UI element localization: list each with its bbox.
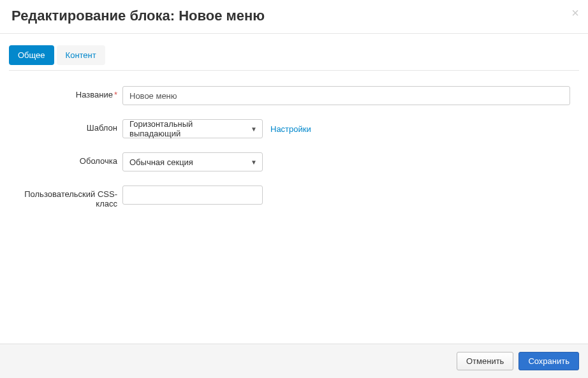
label-shell: Оболочка [9,152,122,166]
tab-general[interactable]: Общее [9,45,54,65]
dialog-header: Редактирование блока: Новое меню × [0,0,588,34]
row-css-class: Пользовательский CSS-класс [9,185,579,208]
row-template: Шаблон Горизонтальный выпадающий ▼ Настр… [9,119,579,138]
tabs: Общее Контент [9,45,579,71]
dialog-footer: Отменить Сохранить [0,344,588,378]
tab-content[interactable]: Контент [57,45,105,65]
chevron-down-icon: ▼ [251,159,257,166]
label-css-class: Пользовательский CSS-класс [9,185,122,208]
name-input[interactable] [122,86,570,105]
label-template: Шаблон [9,119,122,133]
label-name: Название* [9,86,122,99]
chevron-down-icon: ▼ [251,126,257,133]
settings-link[interactable]: Настройки [270,124,311,134]
template-select[interactable]: Горизонтальный выпадающий ▼ [122,119,263,138]
save-button[interactable]: Сохранить [518,352,579,370]
row-shell: Оболочка Обычная секция ▼ [9,152,579,171]
required-asterisk: * [114,90,117,99]
cancel-button[interactable]: Отменить [457,352,513,370]
css-class-input[interactable] [122,185,263,205]
dialog-content: Общее Контент Название* Шаблон Горизонта… [0,34,588,208]
close-icon[interactable]: × [571,6,579,19]
row-name: Название* [9,86,579,105]
dialog-title: Редактирование блока: Новое меню [11,8,577,24]
shell-select[interactable]: Обычная секция ▼ [122,152,263,171]
